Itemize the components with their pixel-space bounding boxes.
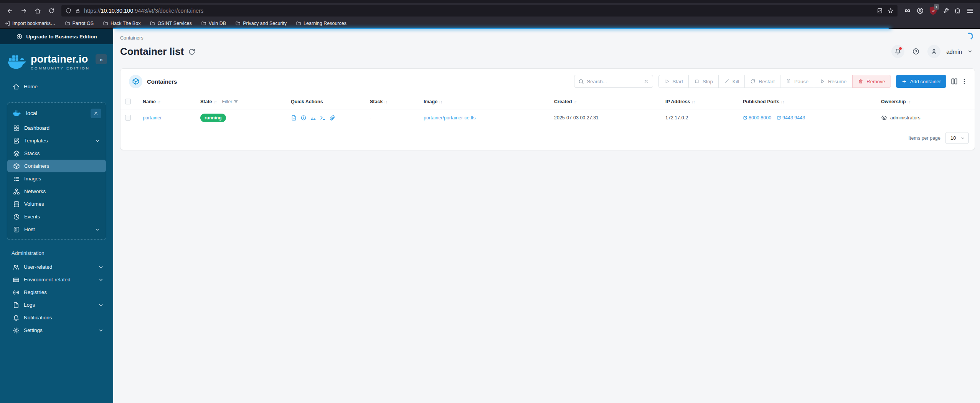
networks-icon	[13, 188, 20, 195]
forward-button[interactable]	[18, 5, 30, 17]
select-all-checkbox[interactable]	[125, 99, 131, 104]
help-button[interactable]	[909, 45, 922, 58]
sidebar-collapse-button[interactable]: «	[96, 54, 107, 64]
back-button[interactable]	[4, 5, 16, 17]
port-link[interactable]: 8000:8000	[743, 115, 771, 121]
sidebar-item-settings[interactable]: Settings	[0, 324, 113, 337]
bookmark-folder-hack-the-box[interactable]: Hack The Box	[103, 21, 140, 26]
page-title: Container list	[120, 46, 184, 58]
port-link[interactable]: 9443:9443	[777, 115, 805, 121]
sidebar-item-notifications[interactable]: Notifications	[0, 311, 113, 324]
console-icon[interactable]	[320, 115, 326, 121]
bookmark-star-icon[interactable]	[888, 8, 894, 14]
column-header-published-ports[interactable]: Published Ports↓↑	[743, 99, 881, 104]
dashboard-icon	[13, 125, 20, 132]
notification-dot	[899, 47, 902, 50]
wrench-icon[interactable]	[942, 7, 949, 14]
sort-icon: ↓↑	[573, 99, 577, 104]
sidebar-item-dashboard[interactable]: Dashboard	[7, 122, 106, 134]
refresh-icon[interactable]	[188, 48, 196, 56]
privacy-extension-icon[interactable]	[904, 7, 911, 15]
container-actions: Start Stop Kill Restart Pause Resume Rem…	[658, 75, 891, 88]
inspect-icon[interactable]	[300, 115, 307, 121]
container-name-link[interactable]: portainer	[143, 115, 200, 121]
bookmark-folder-learning-resources[interactable]: Learning Resources	[296, 21, 346, 26]
sidebar-item-images[interactable]: Images	[7, 172, 106, 185]
import-bookmarks-item[interactable]: Import bookmarks…	[5, 21, 56, 26]
search-icon	[578, 79, 584, 84]
username[interactable]: admin	[946, 48, 962, 55]
url-bar[interactable]: https://10.10.30.100:9443/#!/3/docker/co…	[61, 5, 898, 17]
reload-button[interactable]	[45, 5, 58, 17]
tracking-shield-icon[interactable]	[65, 8, 71, 14]
upgrade-banner[interactable]: Upgrade to Business Edition	[0, 29, 113, 44]
sort-icon: ↓↑	[780, 99, 784, 104]
sidebar-item-home[interactable]: Home	[0, 80, 113, 93]
logs-icon[interactable]	[291, 115, 297, 121]
bookmark-folder-osint-services[interactable]: OSINT Services	[150, 21, 191, 26]
clear-search-icon[interactable]	[643, 79, 649, 84]
help-icon	[912, 48, 920, 55]
brand[interactable]: portainer.io COMMUNITY EDITION «	[0, 44, 113, 76]
restart-icon	[750, 79, 756, 84]
sidebar-item-volumes[interactable]: Volumes	[7, 198, 106, 210]
sidebar-item-templates[interactable]: Templates	[7, 134, 106, 147]
home-button[interactable]	[31, 5, 44, 17]
row-checkbox[interactable]	[125, 115, 131, 121]
bookmark-folder-privacy-and-security[interactable]: Privacy and Security	[235, 21, 287, 26]
column-header-ownership[interactable]: Ownership↓↑	[881, 99, 975, 104]
columns-settings-icon[interactable]	[950, 78, 958, 85]
column-header-ip-address[interactable]: IP Address↓↑	[665, 99, 743, 104]
remove-button[interactable]: Remove	[852, 75, 891, 88]
extensions-puzzle-icon[interactable]	[954, 7, 961, 14]
sidebar-item-user-related[interactable]: User-related	[0, 261, 113, 273]
kill-button[interactable]: Kill	[719, 75, 745, 88]
page-size-select[interactable]: 10	[945, 132, 969, 144]
column-header-stack[interactable]: Stack↓↑	[370, 99, 424, 104]
home-icon	[13, 83, 20, 90]
sidebar-item-events[interactable]: Events	[7, 210, 106, 223]
column-header-created[interactable]: Created↓↑	[554, 99, 665, 104]
add-container-button[interactable]: Add container	[896, 75, 946, 88]
sidebar-item-registries[interactable]: Registries	[0, 286, 113, 299]
environment-header[interactable]: local	[7, 105, 106, 122]
breadcrumb[interactable]: Containers	[120, 29, 980, 41]
close-icon	[93, 111, 99, 116]
column-header-name[interactable]: Name↓↑	[143, 99, 200, 104]
bookmark-folder-vuln-db[interactable]: Vuln DB	[201, 21, 226, 26]
sidebar-item-host[interactable]: Host	[7, 223, 106, 236]
kebab-menu-icon[interactable]	[961, 78, 968, 85]
restart-button[interactable]: Restart	[745, 75, 780, 88]
image-link[interactable]: portainer/portainer-ce:lts	[424, 115, 554, 121]
search-input[interactable]	[587, 79, 640, 84]
start-button[interactable]: Start	[658, 75, 689, 88]
shield-extension-icon[interactable]: w 1	[929, 6, 937, 15]
state-filter[interactable]: Filter	[222, 99, 239, 104]
account-icon[interactable]	[916, 7, 924, 15]
stats-icon[interactable]	[310, 115, 316, 121]
chevron-down-icon	[98, 264, 104, 270]
environment-close-button[interactable]	[91, 109, 101, 118]
sidebar-item-networks[interactable]: Networks	[7, 185, 106, 198]
sidebar-item-containers[interactable]: Containers	[7, 160, 106, 172]
sidebar-item-logs[interactable]: Logs	[0, 299, 113, 311]
lock-icon[interactable]	[75, 8, 81, 14]
registries-icon	[13, 289, 20, 296]
sidebar-item-environment-related[interactable]: Environment-related	[0, 273, 113, 286]
sidebar-item-stacks[interactable]: Stacks	[7, 147, 106, 160]
notifications-button[interactable]	[891, 45, 904, 58]
hamburger-menu-icon[interactable]	[966, 7, 974, 15]
attach-icon[interactable]	[329, 115, 335, 121]
chevron-down-icon	[94, 226, 101, 233]
chevron-down-icon[interactable]	[967, 48, 973, 55]
stop-button[interactable]: Stop	[689, 75, 719, 88]
slash-icon	[724, 79, 729, 84]
reader-mode-icon[interactable]	[877, 8, 883, 14]
published-ports-cell: 8000:8000 9443:9443	[743, 115, 881, 121]
resume-button[interactable]: Resume	[814, 75, 852, 88]
column-header-image[interactable]: Image↓↑	[424, 99, 554, 104]
bookmark-folder-parrot-os[interactable]: Parrot OS	[65, 21, 94, 26]
column-header-state[interactable]: State↓↑Filter	[200, 99, 291, 104]
pause-button[interactable]: Pause	[780, 75, 814, 88]
user-menu-button[interactable]	[927, 45, 940, 58]
